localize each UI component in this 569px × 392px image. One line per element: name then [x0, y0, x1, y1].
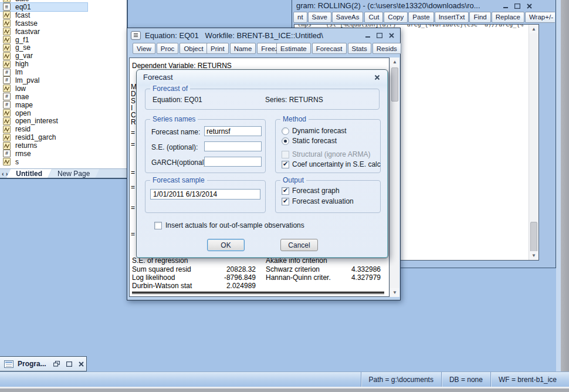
object-label: low: [15, 85, 26, 93]
ok-button[interactable]: OK: [207, 239, 245, 251]
scroll-down-icon[interactable]: ▼: [390, 288, 399, 297]
stat-label: Log likelihood: [132, 273, 175, 282]
workfile-object-item[interactable]: open_interest: [0, 117, 127, 125]
workfile-object-item[interactable]: lm_pval: [0, 76, 127, 85]
object-type-icon: [3, 93, 11, 100]
method-option[interactable]: Dynamic forecast: [282, 127, 347, 135]
workfile-object-item[interactable]: returns: [0, 141, 127, 150]
option-control-icon[interactable]: [282, 127, 289, 135]
workfile-object-item[interactable]: mae: [0, 93, 127, 101]
minimize-icon[interactable]: [364, 32, 372, 39]
checkbox-icon[interactable]: [154, 222, 162, 229]
scroll-up-icon[interactable]: ▲: [390, 58, 399, 66]
series-name-input[interactable]: [204, 141, 262, 151]
workfile-object-item[interactable]: resid1_garch: [0, 133, 127, 141]
forecast-of-series: Series: RETURNS: [265, 96, 323, 104]
workfile-object-item[interactable]: low: [0, 85, 127, 93]
checkbox-icon[interactable]: [282, 198, 289, 205]
toolbar-button[interactable]: Proc: [157, 43, 179, 54]
object-type-icon: [3, 69, 11, 76]
toolbar-button[interactable]: Object: [179, 43, 207, 54]
maximize-icon[interactable]: [375, 32, 384, 39]
method-option[interactable]: Structural (ignore ARMA): [282, 150, 370, 158]
option-control-icon[interactable]: [282, 137, 289, 145]
toolbar-button[interactable]: Wrap+/-: [525, 12, 555, 23]
restore-icon[interactable]: [53, 360, 61, 367]
toolbar-button[interactable]: Cut: [364, 12, 383, 23]
toolbar-button[interactable]: Copy: [384, 12, 408, 23]
status-field: Path = g:\documents: [361, 372, 441, 387]
forecast-sample-input[interactable]: [150, 189, 260, 200]
minimized-program-window[interactable]: Progra...: [0, 356, 87, 371]
close-icon[interactable]: [373, 74, 381, 81]
workfile-object-item[interactable]: s: [0, 158, 127, 166]
workfile-object-item[interactable]: fcastse: [0, 19, 127, 28]
workfile-object-item[interactable]: rmse: [0, 150, 127, 158]
insert-actuals-option[interactable]: Insert actuals for out-of-sample observa…: [154, 221, 304, 229]
program-window-title[interactable]: gram: ROLLING(2) - (c:\users\te13320\dow…: [296, 1, 506, 10]
workfile-object-item[interactable]: open: [0, 109, 127, 117]
toolbar-button[interactable]: View: [133, 43, 155, 54]
program-scrollbar[interactable]: ▲ ▼: [529, 25, 538, 260]
workfile-object-item[interactable]: resid: [0, 125, 127, 133]
toolbar-button[interactable]: InsertTxt: [435, 12, 469, 23]
object-label: fcastse: [15, 19, 38, 28]
workfile-object-item[interactable]: eq01: [0, 3, 87, 11]
toolbar-button[interactable]: Forecast: [312, 43, 347, 54]
object-label: lm: [15, 68, 23, 76]
table-separator: [132, 292, 384, 294]
object-label: g_var: [15, 52, 33, 60]
close-icon[interactable]: [387, 32, 395, 39]
close-icon[interactable]: [525, 2, 533, 9]
output-option[interactable]: Forecast evaluation: [282, 197, 354, 205]
toolbar-button[interactable]: SaveAs: [332, 12, 364, 23]
close-icon[interactable]: [77, 360, 86, 367]
workfile-page-tab[interactable]: Untitled: [6, 169, 52, 178]
scrollbar-thumb[interactable]: [391, 67, 398, 102]
method-option[interactable]: Coef uncertainty in S.E. calc: [282, 160, 381, 168]
tab-scroll-left-icon[interactable]: ‹: [2, 170, 4, 177]
workfile-object-item[interactable]: mape: [0, 101, 127, 109]
cancel-button[interactable]: Cancel: [280, 239, 318, 251]
equation-window-titlebar[interactable]: Equation: EQ01 Workfile: BRENT-B1_ICE::U…: [131, 30, 323, 40]
minimize-icon[interactable]: [502, 2, 510, 9]
object-type-icon: [3, 11, 11, 19]
toolbar-button[interactable]: Save: [308, 12, 331, 23]
workfile-page-tab[interactable]: New Page: [48, 169, 99, 178]
option-control-icon[interactable]: [282, 151, 289, 158]
scroll-down-icon[interactable]: ▼: [529, 251, 538, 260]
toolbar-button[interactable]: Estimate: [276, 43, 311, 54]
method-option[interactable]: Static forecast: [282, 137, 337, 145]
stat-value: 4.332986: [323, 265, 381, 273]
checkbox-icon[interactable]: [282, 187, 289, 195]
maximize-icon[interactable]: [65, 360, 73, 367]
status-field: WF = brent-b1_ice: [490, 372, 564, 387]
toolbar-button[interactable]: Paste: [408, 12, 433, 23]
toolbar-button[interactable]: Name: [230, 43, 256, 54]
maximize-icon[interactable]: [513, 2, 521, 9]
stat-value: 2.024989: [212, 282, 256, 290]
workfile-object-item[interactable]: g_f1: [0, 36, 127, 44]
option-control-icon[interactable]: [282, 161, 289, 168]
workfile-object-item[interactable]: lm: [0, 68, 127, 76]
output-option[interactable]: Forecast graph: [282, 187, 340, 195]
toolbar-button[interactable]: Replace: [492, 12, 524, 23]
series-name-input[interactable]: [204, 126, 262, 136]
workfile-object-item[interactable]: g_var: [0, 52, 127, 60]
toolbar-button[interactable]: nt: [293, 12, 307, 23]
workfile-object-item[interactable]: fcast: [0, 11, 127, 19]
toolbar-button[interactable]: Find: [469, 12, 490, 23]
toolbar-button[interactable]: Print: [206, 43, 229, 54]
equation-scrollbar[interactable]: ▲ ▼: [390, 58, 399, 297]
workfile-object-item[interactable]: high: [0, 60, 127, 68]
scroll-up-icon[interactable]: ▲: [529, 25, 538, 33]
series-icon: [3, 0, 11, 2]
toolbar-button[interactable]: Resids: [372, 43, 401, 54]
workfile-object-item[interactable]: g_se: [0, 43, 127, 52]
toolbar-button[interactable]: Stats: [348, 43, 371, 54]
series-name-input[interactable]: [204, 157, 262, 167]
workfile-object-item[interactable]: fcastvar: [0, 28, 127, 36]
series-name-field: S.E. (optional):: [151, 141, 260, 152]
tab-scroll-right-icon[interactable]: ›: [6, 170, 8, 177]
object-label: s: [15, 158, 19, 166]
